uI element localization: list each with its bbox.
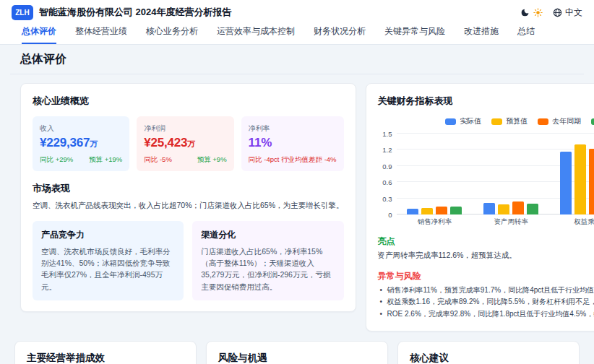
risk-opportunity-title: 风险与机遇 bbox=[218, 352, 376, 364]
product-competitiveness-title: 产品竞争力 bbox=[41, 229, 175, 241]
risk-item: ROE 2.6%，完成率92.8%，同比降1.8pct且低于行业均值4.5%，综… bbox=[378, 308, 594, 321]
market-performance-text: 空调、洗衣机产品线表现突出，收入占比超70%；门店渠道收入占比65%，为主要增长… bbox=[33, 200, 344, 212]
legend-item-actual[interactable]: 实际值 bbox=[445, 116, 481, 126]
globe-icon bbox=[553, 8, 562, 17]
metric-trend-yoy: 同比 -5% bbox=[144, 155, 172, 165]
bar-实际值 bbox=[560, 152, 572, 214]
bar-去年同期 bbox=[512, 202, 524, 214]
metric-trend-budget: 预算 +19% bbox=[89, 155, 122, 165]
product-competitiveness-box: 产品竞争力 空调、洗衣机市场反馈良好，毛利率分别达41%、50%；冰箱因低价竞争… bbox=[33, 221, 184, 300]
channel-divergence-text: 门店渠道收入占比65%，净利率15%（高于整体11%）；天猫渠道收入35,279… bbox=[201, 246, 335, 292]
metric-net-margin: 净利率 11% 同比 -4pct 行业均值差距 -4% bbox=[241, 116, 344, 171]
legend-swatch bbox=[591, 118, 594, 125]
key-measures-title: 主要经营举措成效 bbox=[27, 352, 184, 364]
language-selector[interactable]: 中文 bbox=[553, 6, 582, 19]
legend-item-budget[interactable]: 预算值 bbox=[491, 116, 528, 126]
chart-groups bbox=[397, 134, 594, 214]
nav-tabs: 总体评价 整体经营业绩 核心业务分析 运营效率与成本控制 财务状况分析 关键异常… bbox=[0, 25, 594, 45]
bar-group bbox=[549, 134, 594, 214]
legend-swatch bbox=[445, 118, 456, 125]
tab-efficiency-cost[interactable]: 运营效率与成本控制 bbox=[217, 25, 295, 44]
bar-chart: 00.30.60.91.21.5 销售净利率资产周转率权益乘数ROE bbox=[378, 134, 594, 227]
key-measures-card: 主要经营举措成效 收入驱动 线上渠道（京东、天猫）收入增长显著，京东全年收入44… bbox=[14, 341, 197, 364]
bar-行业均值 bbox=[450, 207, 462, 214]
language-label: 中文 bbox=[565, 6, 582, 19]
category-label: 权益乘数 bbox=[549, 217, 594, 227]
channel-divergence-title: 渠道分化 bbox=[201, 229, 335, 241]
risk-opportunity-card: 风险与机遇 风险 应收账款高企（66,959万元，超信用期占比57%）、存货积压… bbox=[206, 341, 388, 364]
metric-trend-budget: 预算 +9% bbox=[197, 155, 227, 165]
tab-financial-status[interactable]: 财务状况分析 bbox=[314, 25, 366, 44]
anomaly-risk-title: 异常与风险 bbox=[378, 270, 594, 282]
moon-icon[interactable] bbox=[520, 8, 530, 17]
channel-divergence-box: 渠道分化 门店渠道收入占比65%，净利率15%（高于整体11%）；天猫渠道收入3… bbox=[192, 221, 343, 300]
metric-value: ¥25,423万 bbox=[144, 136, 226, 150]
bar-group bbox=[473, 134, 549, 214]
highlight-title: 亮点 bbox=[378, 235, 594, 248]
tab-improvements[interactable]: 改进措施 bbox=[464, 25, 499, 44]
core-advice-card: 核心建议 优化应收账款账龄管理，加速存货周转。 聚焦空调、洗衣机产品线，收缩亏损… bbox=[397, 341, 580, 364]
page-title-row: 总体评价 bbox=[10, 45, 584, 74]
product-competitiveness-text: 空调、洗衣机市场反馈良好，毛利率分别达41%、50%；冰箱因低价竞争导致毛利率仅… bbox=[41, 246, 175, 292]
tab-overall-evaluation[interactable]: 总体评价 bbox=[22, 25, 56, 44]
content: 总体评价 核心业绩概览 收入 ¥229,367万 同比 +29% 预算 +19%… bbox=[0, 45, 594, 364]
highlight-text: 资产周转率完成率112.6%，超预算达成。 bbox=[378, 250, 594, 261]
metric-trend-yoy: 同比 -4pct 行业均值差距 -4% bbox=[249, 155, 337, 165]
risk-item: 权益乘数1.16，完成率89.2%，同比降5.5%，财务杠杆利用不足，影响收益提… bbox=[378, 296, 594, 308]
page-title: 总体评价 bbox=[20, 52, 574, 67]
metric-label: 收入 bbox=[40, 124, 122, 134]
category-label: 销售净利率 bbox=[397, 217, 473, 227]
bar-预算值 bbox=[421, 208, 433, 214]
bar-实际值 bbox=[483, 203, 495, 214]
bar-预算值 bbox=[574, 144, 586, 214]
tab-anomalies-risks[interactable]: 关键异常与风险 bbox=[384, 25, 445, 44]
metric-label: 净利率 bbox=[249, 124, 337, 134]
key-indicators-title: 关键财务指标表现 bbox=[378, 95, 594, 108]
metric-value: ¥229,367万 bbox=[40, 136, 122, 150]
tab-core-business[interactable]: 核心业务分析 bbox=[146, 25, 198, 44]
market-performance-title: 市场表现 bbox=[33, 182, 344, 195]
metric-row: 收入 ¥229,367万 同比 +29% 预算 +19% 净利润 ¥25,423… bbox=[33, 116, 344, 171]
bar-行业均值 bbox=[527, 204, 538, 214]
metric-value: 11% bbox=[249, 136, 337, 150]
metric-net-profit: 净利润 ¥25,423万 同比 -5% 预算 +9% bbox=[137, 116, 233, 171]
legend-swatch bbox=[538, 118, 548, 125]
bar-预算值 bbox=[498, 204, 509, 214]
tab-overall-performance[interactable]: 整体经营业绩 bbox=[75, 25, 127, 44]
bar-去年同期 bbox=[436, 207, 447, 214]
bar-去年同期 bbox=[589, 149, 594, 214]
metric-revenue: 收入 ¥229,367万 同比 +29% 预算 +19% bbox=[33, 116, 129, 171]
risk-item: 销售净利率11%，预算完成率91.7%，同比降4pct且低于行业均值15%，盈利… bbox=[378, 285, 594, 297]
app-title: 智能蓝海股份有限公司 2024年度经营分析报告 bbox=[39, 6, 232, 19]
tab-summary[interactable]: 总结 bbox=[517, 25, 535, 44]
chart-y-axis: 00.30.60.91.21.5 bbox=[378, 134, 397, 214]
category-label: 资产周转率 bbox=[473, 217, 549, 227]
sun-icon[interactable] bbox=[533, 8, 543, 17]
bar-实际值 bbox=[407, 209, 418, 214]
legend-item-industry-avg[interactable]: 行业均值 bbox=[591, 116, 594, 126]
chart-category-labels: 销售净利率资产周转率权益乘数ROE bbox=[397, 217, 594, 227]
app-header: ZLH 智能蓝海股份有限公司 2024年度经营分析报告 bbox=[0, 0, 594, 25]
core-performance-title: 核心业绩概览 bbox=[33, 95, 344, 108]
core-advice-title: 核心建议 bbox=[410, 352, 567, 364]
legend-swatch bbox=[491, 118, 502, 125]
bar-group bbox=[397, 134, 473, 214]
metric-trend-yoy: 同比 +29% bbox=[40, 155, 73, 165]
metric-label: 净利润 bbox=[144, 124, 226, 134]
theme-toggle[interactable] bbox=[520, 8, 543, 17]
chart-plot-area bbox=[397, 134, 594, 214]
chart-legend: 实际值 预算值 去年同期 行业均值 bbox=[378, 116, 594, 126]
app-logo: ZLH bbox=[12, 5, 33, 20]
legend-item-last-year[interactable]: 去年同期 bbox=[538, 116, 581, 126]
key-indicators-card: 关键财务指标表现 实际值 预算值 去年同期 行业均值 bbox=[366, 83, 594, 332]
core-performance-card: 核心业绩概览 收入 ¥229,367万 同比 +29% 预算 +19% 净利润 … bbox=[20, 83, 356, 312]
anomaly-risk-list: 销售净利率11%，预算完成率91.7%，同比降4pct且低于行业均值15%，盈利… bbox=[378, 285, 594, 321]
